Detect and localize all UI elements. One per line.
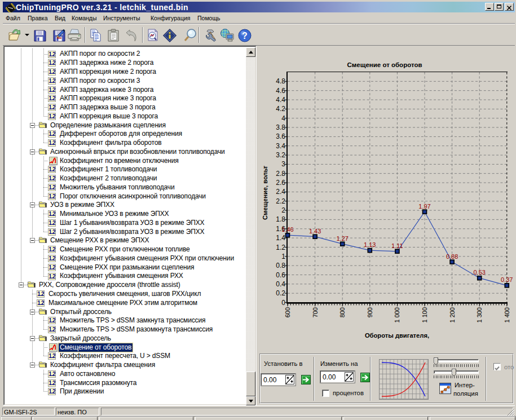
svg-text:1.27: 1.27 [336,235,348,242]
svg-text:1.2: 1.2 [276,244,285,251]
svg-text:1 400: 1 400 [504,307,510,323]
svg-text:3: 3 [281,160,285,168]
svg-text:4.2: 4.2 [276,105,285,113]
svg-text:0.8: 0.8 [276,262,285,269]
svg-text:Смещение от оборотов: Смещение от оборотов [347,61,422,68]
svg-text:3.6: 3.6 [276,132,285,140]
svg-text:1.8: 1.8 [276,215,285,223]
svg-text:1 100: 1 100 [421,307,428,323]
svg-text:2.8: 2.8 [276,170,285,178]
svg-text:1 000: 1 000 [394,307,400,323]
svg-text:700: 700 [312,307,319,317]
svg-text:1.46: 1.46 [281,226,293,233]
svg-text:1.4: 1.4 [276,234,285,242]
svg-text:0.88: 0.88 [446,253,458,260]
svg-text:0: 0 [281,299,285,307]
svg-text:Смещение, вольт: Смещение, вольт [262,165,268,220]
svg-text:1.13: 1.13 [364,241,376,248]
svg-text:3.4: 3.4 [276,142,285,150]
svg-text:Обороты двигателя,: Обороты двигателя, [365,332,429,339]
svg-text:0.2: 0.2 [276,289,285,297]
svg-text:4: 4 [281,114,285,122]
svg-text:3.8: 3.8 [276,123,285,131]
svg-text:1.11: 1.11 [391,242,403,249]
svg-text:4.6: 4.6 [276,87,285,95]
svg-text:2.2: 2.2 [276,197,285,205]
svg-text:2.4: 2.4 [276,188,285,196]
svg-text:3.2: 3.2 [276,151,285,159]
svg-text:0.6: 0.6 [276,271,285,279]
svg-text:4.8: 4.8 [276,77,285,85]
svg-text:2.6: 2.6 [276,179,285,187]
svg-text:0.4: 0.4 [276,280,285,288]
svg-text:0.37: 0.37 [501,276,513,283]
svg-text:1 300: 1 300 [476,307,483,323]
svg-text:1.43: 1.43 [309,228,321,235]
svg-text:2: 2 [281,206,285,214]
svg-text:0.53: 0.53 [473,269,485,276]
svg-text:800: 800 [339,307,346,317]
svg-text:1 200: 1 200 [449,307,456,323]
svg-text:4.4: 4.4 [276,96,285,104]
svg-text:1.97: 1.97 [418,203,430,210]
svg-text:1: 1 [281,253,285,260]
svg-text:600: 600 [284,307,291,317]
svg-text:900: 900 [367,307,373,317]
